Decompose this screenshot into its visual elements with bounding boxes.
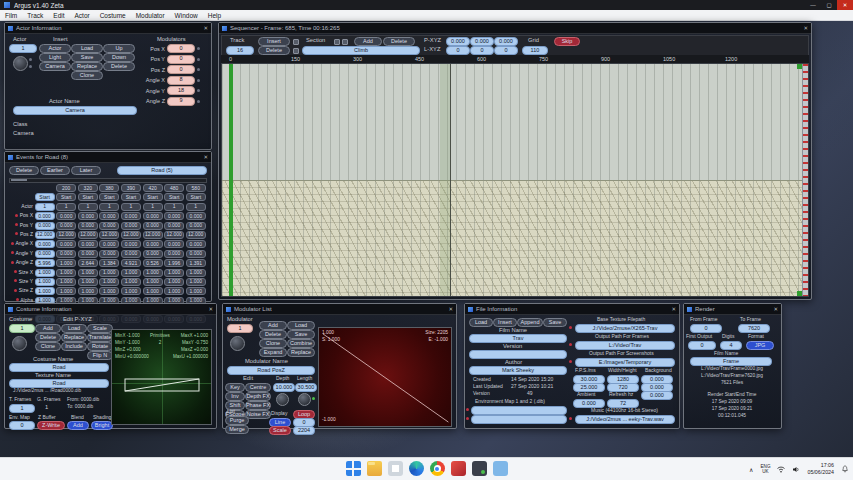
event-value-cell[interactable]: 0.000	[78, 250, 98, 258]
taskbar-icon-app-dark[interactable]	[472, 461, 487, 476]
event-value-cell[interactable]: 1.000	[143, 278, 163, 286]
event-start-button[interactable]: Start	[99, 193, 119, 201]
load-costume-button[interactable]: Load	[61, 324, 87, 333]
event-value-cell[interactable]: 1	[99, 203, 119, 211]
file-titlebar[interactable]: File Information ✕	[465, 304, 679, 315]
close-icon[interactable]: ✕	[803, 25, 808, 31]
event-value-cell[interactable]: 0.000	[186, 222, 206, 230]
event-value-cell[interactable]: 12.000	[35, 231, 55, 239]
film-name-field[interactable]: Trav	[469, 334, 567, 343]
merge-button[interactable]: Merge	[225, 425, 249, 434]
event-value-cell[interactable]: 1.000	[78, 278, 98, 286]
event-value-cell[interactable]: 12.000	[164, 231, 184, 239]
earlier-button[interactable]: Earlier	[40, 166, 70, 175]
event-value-cell[interactable]: 1.000	[121, 287, 141, 295]
event-value-cell[interactable]: 0.000	[35, 250, 55, 258]
scale-field[interactable]: 2204	[293, 426, 315, 435]
event-value-cell[interactable]: 0.000	[164, 222, 184, 230]
t-frames-field[interactable]: 1	[9, 404, 35, 413]
event-frame-header[interactable]: 580	[186, 184, 206, 192]
purge-button[interactable]: Purge	[225, 416, 249, 425]
pxyz-y-field[interactable]: 0.000	[470, 37, 494, 46]
event-frame-header[interactable]: 390	[121, 184, 141, 192]
event-value-cell[interactable]: 0.000	[121, 222, 141, 230]
menu-help[interactable]: Help	[203, 12, 226, 19]
delete-track-button[interactable]: Delete	[258, 46, 290, 55]
event-frame-header[interactable]: 420	[143, 184, 163, 192]
append-button[interactable]: Append	[517, 318, 543, 327]
event-value-cell[interactable]: 1.000	[164, 287, 184, 295]
event-value-cell[interactable]: 0.000	[99, 222, 119, 230]
delete-event-button[interactable]: Delete	[9, 166, 39, 175]
maximize-icon[interactable]: ▢	[821, 0, 837, 10]
clone-modulator-button[interactable]: Clone	[259, 339, 287, 348]
modulator-titlebar[interactable]: Modulator List ✕	[223, 304, 456, 315]
event-value-cell[interactable]: 4.921	[121, 259, 141, 267]
section-prev-icon[interactable]	[334, 39, 340, 45]
modulator-nub[interactable]	[197, 47, 200, 50]
event-value-cell[interactable]: 1.000	[121, 278, 141, 286]
event-value-cell[interactable]: 1.000	[186, 278, 206, 286]
right-scrollbar[interactable]	[802, 64, 808, 296]
actor-titlebar[interactable]: Actor Information ✕	[5, 23, 211, 34]
modulator-value-field[interactable]: 0	[167, 55, 195, 64]
event-value-cell[interactable]: 0.000	[56, 212, 76, 220]
clock[interactable]: 17:06 05/06/2024	[807, 462, 834, 475]
event-value-cell[interactable]: 1.000	[78, 287, 98, 295]
env-map-1-field[interactable]	[471, 406, 567, 415]
env-map-field[interactable]: 0	[9, 421, 35, 430]
event-value-cell[interactable]: 1.000	[99, 278, 119, 286]
event-value-cell[interactable]: 1	[78, 203, 98, 211]
event-frame-header[interactable]: 320	[78, 184, 98, 192]
modulator-value-field[interactable]: 18	[167, 86, 195, 95]
replace-button[interactable]: Replace	[71, 62, 103, 71]
inv-button[interactable]: Inv	[225, 392, 245, 401]
frames-path-field[interactable]: L:/Video/Trav	[575, 341, 675, 350]
delete-modulator-button[interactable]: Delete	[259, 330, 287, 339]
event-start-button[interactable]: Start	[143, 193, 163, 201]
load-film-button[interactable]: Load	[469, 318, 493, 327]
event-value-cell[interactable]: 0.000	[164, 240, 184, 248]
event-start-button[interactable]: Start	[164, 193, 184, 201]
event-frame-header[interactable]: 200	[56, 184, 76, 192]
taskbar-icon-app-grey[interactable]	[388, 461, 403, 476]
event-value-cell[interactable]: 0.000	[143, 240, 163, 248]
event-value-cell[interactable]: 0.000	[121, 240, 141, 248]
event-value-cell[interactable]: 1.000	[164, 278, 184, 286]
event-value-cell[interactable]: 12.000	[78, 231, 98, 239]
skip-button[interactable]: Skip	[554, 37, 580, 46]
lxyz-y-field[interactable]: 0	[470, 46, 494, 55]
depth-field[interactable]: 10.000	[273, 383, 295, 392]
language-indicator[interactable]: ENG UK	[761, 464, 771, 475]
sequencer-canvas[interactable]	[221, 63, 809, 297]
event-value-cell[interactable]: 1	[186, 203, 206, 211]
playhead-cursor[interactable]	[450, 64, 451, 296]
combine-button[interactable]: Combine	[287, 339, 315, 348]
save-film-button[interactable]: Save	[543, 318, 567, 327]
insert-film-button[interactable]: Insert	[493, 318, 517, 327]
depth-knob[interactable]	[276, 393, 289, 406]
music-field[interactable]: J:/Video/2mus ... eeky-Trav.wav	[575, 415, 675, 424]
actor-decrement-nub[interactable]	[29, 65, 32, 68]
event-value-cell[interactable]: 0.000	[35, 212, 55, 220]
modulator-number-field[interactable]: 1	[227, 324, 253, 333]
menu-edit[interactable]: Edit	[48, 12, 69, 19]
length-field[interactable]: 30.500	[295, 383, 317, 392]
taskbar-icon-chrome[interactable]	[430, 461, 445, 476]
lxyz-x-field[interactable]: 0	[446, 46, 470, 55]
render-film-field[interactable]: Frame	[690, 357, 772, 366]
event-value-cell[interactable]: 1.000	[35, 269, 55, 277]
event-start-button[interactable]: Start	[186, 193, 206, 201]
record-dot[interactable]	[15, 223, 18, 226]
event-value-cell[interactable]: 0.000	[143, 212, 163, 220]
first-output-field[interactable]: 0	[688, 341, 716, 350]
event-value-cell[interactable]: 0.000	[99, 212, 119, 220]
actor-increment-nub[interactable]	[29, 58, 32, 61]
event-value-cell[interactable]: 1.391	[186, 259, 206, 267]
translate-button[interactable]: Translate	[87, 333, 113, 342]
costume-number-field[interactable]: 1	[9, 324, 35, 333]
clone-costume-button[interactable]: Clone	[35, 342, 61, 351]
event-value-cell[interactable]: 1.000	[56, 269, 76, 277]
event-value-cell[interactable]: 0.000	[35, 222, 55, 230]
modulator-nub[interactable]	[197, 100, 200, 103]
